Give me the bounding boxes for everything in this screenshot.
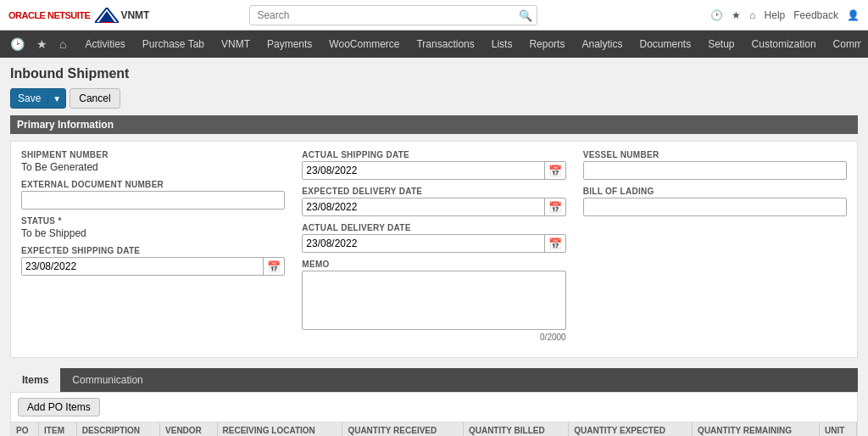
add-po-items-button[interactable]: Add PO Items bbox=[18, 398, 100, 416]
nav-item-reports[interactable]: Reports bbox=[520, 33, 573, 55]
tab-items[interactable]: Items bbox=[10, 368, 60, 392]
status-label: STATUS * bbox=[21, 216, 285, 226]
items-table: POITEMDESCRIPTIONVENDORRECEIVING LOCATIO… bbox=[11, 422, 857, 436]
status-field: STATUS * To be Shipped bbox=[21, 216, 285, 239]
expected-delivery-date-calendar-icon[interactable]: 📅 bbox=[544, 198, 565, 215]
col-header-quantity-received: QUANTITY RECEIVED bbox=[342, 422, 464, 436]
external-doc-input[interactable] bbox=[21, 191, 285, 210]
top-bar: ORACLE NETSUITE VNMT 🔍 🕑 ★ ⌂ Help Feedba… bbox=[0, 0, 868, 31]
nav-history-icon[interactable]: 🕑 bbox=[7, 36, 28, 53]
feedback-link[interactable]: Feedback bbox=[793, 9, 838, 21]
expected-shipping-date-calendar-icon[interactable]: 📅 bbox=[263, 258, 284, 275]
page-title: Inbound Shipment bbox=[10, 66, 858, 81]
actual-shipping-date-field: ACTUAL SHIPPING DATE 📅 bbox=[302, 150, 565, 180]
vessel-number-label: VESSEL NUMBER bbox=[583, 150, 847, 159]
user-icon[interactable]: 👤 bbox=[847, 9, 860, 21]
tab-communication[interactable]: Communication bbox=[60, 368, 154, 392]
search-box: 🔍 bbox=[249, 5, 537, 25]
items-table-header: POITEMDESCRIPTIONVENDORRECEIVING LOCATIO… bbox=[11, 422, 857, 436]
memo-textarea[interactable] bbox=[302, 271, 565, 330]
external-doc-field: EXTERNAL DOCUMENT NUMBER bbox=[21, 180, 285, 210]
history-icon[interactable]: 🕑 bbox=[710, 9, 723, 21]
save-dropdown-arrow[interactable]: ▼ bbox=[47, 94, 65, 103]
actual-delivery-date-wrap: 📅 bbox=[302, 234, 565, 253]
form-col-1: SHIPMENT NUMBER To Be Generated EXTERNAL… bbox=[21, 150, 285, 349]
external-doc-label: EXTERNAL DOCUMENT NUMBER bbox=[21, 180, 285, 189]
col-header-description: DESCRIPTION bbox=[76, 422, 159, 436]
top-right-area: 🕑 ★ ⌂ Help Feedback 👤 bbox=[710, 9, 860, 21]
expected-delivery-date-label: EXPECTED DELIVERY DATE bbox=[302, 187, 565, 196]
nav-item-setup[interactable]: Setup bbox=[699, 33, 743, 55]
cancel-button[interactable]: Cancel bbox=[70, 88, 120, 109]
vessel-number-field: VESSEL NUMBER bbox=[583, 150, 847, 180]
nav-icons: 🕑 ★ ⌂ bbox=[7, 36, 70, 53]
expected-shipping-date-wrap: 📅 bbox=[21, 257, 285, 276]
expected-delivery-date-wrap: 📅 bbox=[302, 198, 565, 216]
expected-shipping-date-field: EXPECTED SHIPPING DATE 📅 bbox=[21, 246, 285, 276]
svg-marker-1 bbox=[98, 11, 115, 23]
items-toolbar: Add PO Items bbox=[11, 393, 857, 422]
nav-item-customization[interactable]: Customization bbox=[743, 33, 825, 55]
actual-shipping-date-calendar-icon[interactable]: 📅 bbox=[544, 162, 565, 179]
bill-of-lading-field: BILL OF LADING bbox=[583, 187, 847, 216]
save-button[interactable]: Save ▼ bbox=[10, 88, 66, 109]
nav-favorites-icon[interactable]: ★ bbox=[33, 36, 51, 53]
col-header-vendor: VENDOR bbox=[160, 422, 217, 436]
expected-shipping-date-input[interactable] bbox=[22, 258, 263, 275]
search-icon: 🔍 bbox=[519, 8, 532, 21]
col-header-item: ITEM bbox=[39, 422, 77, 436]
vnmt-logo: VNMT bbox=[95, 8, 149, 23]
nav-item-vnmt[interactable]: VNMT bbox=[213, 33, 259, 55]
save-button-label: Save bbox=[11, 92, 47, 104]
oracle-logo: ORACLE NETSUITE bbox=[8, 10, 90, 20]
form-col-3: VESSEL NUMBER BILL OF LADING bbox=[583, 150, 847, 349]
memo-label: MEMO bbox=[302, 260, 565, 269]
expected-delivery-date-input[interactable] bbox=[303, 198, 543, 215]
nav-item-analytics[interactable]: Analytics bbox=[573, 33, 631, 55]
form-grid: SHIPMENT NUMBER To Be Generated EXTERNAL… bbox=[21, 150, 847, 349]
nav-item-purchase-tab[interactable]: Purchase Tab bbox=[134, 33, 213, 55]
vessel-number-input[interactable] bbox=[583, 161, 847, 180]
shipment-number-value: To Be Generated bbox=[21, 161, 285, 173]
nav-item-lists[interactable]: Lists bbox=[483, 33, 521, 55]
home-icon[interactable]: ⌂ bbox=[749, 9, 755, 21]
bill-of-lading-label: BILL OF LADING bbox=[583, 187, 847, 196]
actual-shipping-date-label: ACTUAL SHIPPING DATE bbox=[302, 150, 565, 159]
nav-item-documents[interactable]: Documents bbox=[631, 33, 699, 55]
form-col-2: ACTUAL SHIPPING DATE 📅 EXPECTED DELIVERY… bbox=[302, 150, 565, 349]
nav-item-woocommerce[interactable]: WooCommerce bbox=[320, 33, 408, 55]
actual-shipping-date-input[interactable] bbox=[303, 162, 543, 179]
col-header-quantity-billed: QUANTITY BILLED bbox=[463, 422, 568, 436]
col-header-quantity-remaining: QUANTITY REMAINING bbox=[693, 422, 820, 436]
actual-delivery-date-calendar-icon[interactable]: 📅 bbox=[544, 235, 565, 252]
nav-home-icon[interactable]: ⌂ bbox=[56, 36, 70, 53]
logo-area: ORACLE NETSUITE VNMT bbox=[8, 8, 149, 23]
expected-delivery-date-field: EXPECTED DELIVERY DATE 📅 bbox=[302, 187, 565, 216]
memo-field: MEMO 0/2000 bbox=[302, 260, 565, 342]
nav-item-transactions[interactable]: Transactions bbox=[408, 33, 482, 55]
nav-bar: 🕑 ★ ⌂ ActivitiesPurchase TabVNMTPayments… bbox=[0, 31, 868, 58]
vnmt-text: VNMT bbox=[120, 9, 149, 21]
shipment-number-label: SHIPMENT NUMBER bbox=[21, 150, 285, 159]
tabs-bar: ItemsCommunication bbox=[10, 368, 858, 392]
col-header-po: PO bbox=[11, 422, 39, 436]
actual-shipping-date-wrap: 📅 bbox=[302, 161, 565, 180]
status-value: To be Shipped bbox=[21, 227, 285, 239]
help-link[interactable]: Help bbox=[765, 9, 786, 21]
col-header-quantity-expected: QUANTITY EXPECTED bbox=[569, 422, 693, 436]
page-content: Inbound Shipment Save ▼ Cancel Primary I… bbox=[0, 58, 868, 436]
search-input[interactable] bbox=[249, 5, 537, 25]
favorites-icon[interactable]: ★ bbox=[732, 9, 741, 21]
col-header-unit: UNIT bbox=[819, 422, 856, 436]
nav-menu: ActivitiesPurchase TabVNMTPaymentsWooCom… bbox=[76, 33, 861, 55]
actual-delivery-date-label: ACTUAL DELIVERY DATE bbox=[302, 223, 565, 232]
nav-item-activities[interactable]: Activities bbox=[76, 33, 133, 55]
nav-item-payments[interactable]: Payments bbox=[259, 33, 320, 55]
vnmt-logo-icon bbox=[95, 8, 119, 23]
bill-of-lading-input[interactable] bbox=[583, 198, 847, 216]
shipment-number-field: SHIPMENT NUMBER To Be Generated bbox=[21, 150, 285, 173]
actual-delivery-date-input[interactable] bbox=[303, 235, 543, 252]
actual-delivery-date-field: ACTUAL DELIVERY DATE 📅 bbox=[302, 223, 565, 253]
nav-item-commerce[interactable]: Commerce bbox=[825, 33, 861, 55]
top-toolbar: Save ▼ Cancel bbox=[10, 88, 858, 109]
